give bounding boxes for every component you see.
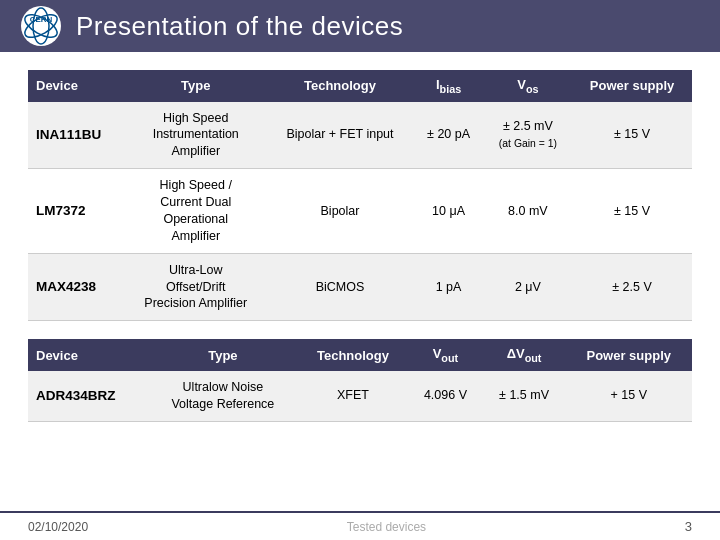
col-power-1: Power supply bbox=[572, 70, 692, 102]
col-type-2: Type bbox=[148, 339, 297, 371]
col-technology-2: Technology bbox=[298, 339, 409, 371]
footer-center-text: Tested devices bbox=[347, 520, 426, 534]
devices-table-1: Device Type Technology Ibias Vos Power s… bbox=[28, 70, 692, 321]
col-device-2: Device bbox=[28, 339, 148, 371]
table-row: ADR434BRZ Ultralow Noise Voltage Referen… bbox=[28, 371, 692, 421]
device-power: ± 2.5 V bbox=[572, 253, 692, 321]
device-vos: 2 μV bbox=[484, 253, 572, 321]
col-vos: Vos bbox=[484, 70, 572, 102]
col-power-2: Power supply bbox=[566, 339, 692, 371]
device-vout: 4.096 V bbox=[408, 371, 482, 421]
footer-page-number: 3 bbox=[685, 519, 692, 534]
device-technology: Bipolar bbox=[267, 169, 414, 254]
footer-date: 02/10/2020 bbox=[28, 520, 88, 534]
col-type-1: Type bbox=[125, 70, 267, 102]
device-technology: Bipolar + FET input bbox=[267, 102, 414, 169]
col-device-1: Device bbox=[28, 70, 125, 102]
device-technology: BiCMOS bbox=[267, 253, 414, 321]
device-name: INA111BU bbox=[28, 102, 125, 169]
col-ibias: Ibias bbox=[413, 70, 483, 102]
device-vos: 8.0 mV bbox=[484, 169, 572, 254]
cern-logo-icon: CERN bbox=[20, 5, 62, 47]
device-technology: XFET bbox=[298, 371, 409, 421]
page-header: CERN Presentation of the devices bbox=[0, 0, 720, 52]
device-ibias: ± 20 pA bbox=[413, 102, 483, 169]
device-power: + 15 V bbox=[566, 371, 692, 421]
device-power: ± 15 V bbox=[572, 102, 692, 169]
device-type: Ultralow Noise Voltage Reference bbox=[148, 371, 297, 421]
device-power: ± 15 V bbox=[572, 169, 692, 254]
table-row: INA111BU High Speed Instrumentation Ampl… bbox=[28, 102, 692, 169]
col-technology-1: Technology bbox=[267, 70, 414, 102]
device-name: MAX4238 bbox=[28, 253, 125, 321]
page-footer: 02/10/2020 Tested devices 3 bbox=[0, 511, 720, 540]
device-type: Ultra-Low Offset/Drift Precision Amplifi… bbox=[125, 253, 267, 321]
device-delta-vout: ± 1.5 mV bbox=[483, 371, 566, 421]
svg-point-0 bbox=[21, 6, 61, 46]
col-vout: Vout bbox=[408, 339, 482, 371]
device-type: High Speed Instrumentation Amplifier bbox=[125, 102, 267, 169]
main-content: Device Type Technology Ibias Vos Power s… bbox=[0, 52, 720, 450]
device-vos: ± 2.5 mV (at Gain = 1) bbox=[484, 102, 572, 169]
device-ibias: 1 pA bbox=[413, 253, 483, 321]
page-title: Presentation of the devices bbox=[76, 11, 403, 42]
device-ibias: 10 μA bbox=[413, 169, 483, 254]
table-row: LM7372 High Speed / Current Dual Operati… bbox=[28, 169, 692, 254]
device-type: High Speed / Current Dual Operational Am… bbox=[125, 169, 267, 254]
devices-table-2: Device Type Technology Vout ΔVout Power … bbox=[28, 339, 692, 421]
device-name: ADR434BRZ bbox=[28, 371, 148, 421]
col-delta-vout: ΔVout bbox=[483, 339, 566, 371]
table-row: MAX4238 Ultra-Low Offset/Drift Precision… bbox=[28, 253, 692, 321]
device-name: LM7372 bbox=[28, 169, 125, 254]
